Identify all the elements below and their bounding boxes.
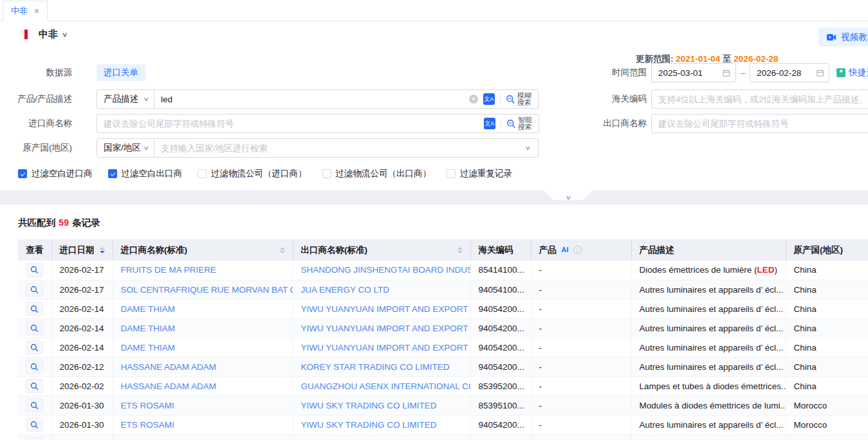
filter-checkbox-label: 过滤重复记录 xyxy=(460,168,512,179)
origin-country-cell: China xyxy=(786,261,868,280)
end-date-field[interactable] xyxy=(750,63,829,82)
filter-checkbox-4[interactable]: 过滤重复记录 xyxy=(447,168,512,179)
panel-gap-band: ∨ xyxy=(0,190,868,205)
filter-checkbox-label: 过滤物流公司（进口商） xyxy=(211,168,307,179)
exporter-name-link[interactable]: YIWU SKY TRADING CO LIMITED xyxy=(293,434,470,440)
exporter-name-link[interactable]: JUA ENERGY CO LTD xyxy=(293,280,470,299)
exporter-name-link[interactable]: YIWU YUANYUAN IMPORT AND EXPORT C... xyxy=(293,299,470,318)
view-record-button[interactable] xyxy=(26,437,43,440)
ai-badge: AI xyxy=(560,245,571,255)
col-product-desc: 产品描述 xyxy=(631,239,786,261)
importer-name-input[interactable] xyxy=(97,119,484,129)
exporter-name-link[interactable]: YIWU SKY TRADING CO LIMITED xyxy=(293,415,470,434)
importer-name-link[interactable]: ETS ROSAMI xyxy=(113,434,293,440)
filter-checkbox-1[interactable]: 过滤空白出口商 xyxy=(108,168,183,179)
checkbox-checked-icon[interactable] xyxy=(108,169,117,178)
country-header[interactable]: ★ 中非 ∨ xyxy=(19,28,67,41)
magnifier-icon xyxy=(30,324,39,333)
origin-country-input[interactable] xyxy=(154,143,526,153)
fuzzy-search-icon xyxy=(506,95,515,104)
sort-exporter-name[interactable] xyxy=(457,247,463,253)
view-record-button[interactable] xyxy=(26,340,43,354)
tab-zhongfei[interactable]: 中非 × xyxy=(3,1,48,21)
product-desc-cell: Diodes émettrices de lumière (LED) xyxy=(631,261,786,280)
filter-checkbox-0[interactable]: 过滤空白进口商 xyxy=(18,168,93,179)
chevron-down-icon[interactable]: ∨ xyxy=(62,31,68,38)
central-african-republic-flag-icon: ★ xyxy=(19,30,33,39)
hs-code-cell: 94054200... xyxy=(470,434,531,440)
chevron-down-icon[interactable]: ∨ xyxy=(525,145,531,151)
filter-checkbox-2[interactable]: 过滤物流公司（进口商） xyxy=(198,168,307,179)
info-icon[interactable]: i xyxy=(573,246,582,254)
quick-select-icon: * xyxy=(836,68,845,77)
col-exporter-name[interactable]: 出口商名称(标准) xyxy=(293,239,470,261)
importer-name-link[interactable]: SOL CENTRAFRIQUE RUE MORVAN BAT OF... xyxy=(113,280,293,299)
translate-icon[interactable]: 文A xyxy=(483,93,495,105)
filter-checkbox-3[interactable]: 过滤物流公司（出口商） xyxy=(322,168,432,179)
exporter-name-link[interactable]: YIWU YUANYUAN IMPORT AND EXPORT C... xyxy=(293,318,470,338)
view-record-button[interactable] xyxy=(26,417,43,432)
col-importer-name[interactable]: 进口商名称(标准) xyxy=(113,239,293,261)
product-desc-cell: Autres luminaires et appareils d’ écl... xyxy=(631,299,786,318)
sort-importer-name[interactable] xyxy=(280,247,285,253)
country-name: 中非 xyxy=(39,28,58,41)
sort-import-date[interactable] xyxy=(100,247,105,253)
product-type-select[interactable]: 产品描述 ∨ xyxy=(97,89,154,109)
origin-type-select[interactable]: 国家/地区 ∨ xyxy=(97,138,154,158)
col-import-date[interactable]: 进口日期 xyxy=(51,239,113,261)
clear-input-icon[interactable]: ✕ xyxy=(469,95,478,104)
importer-name-link[interactable]: DAME THIAM xyxy=(113,338,293,357)
quick-select-link[interactable]: * 快捷选择 xyxy=(836,67,868,78)
importer-name-link[interactable]: DAME THIAM xyxy=(113,318,293,338)
importer-name-link[interactable]: FRUITS DE MA PRIERE xyxy=(113,261,293,280)
importer-name-link[interactable]: HASSANE ADAM ADAM xyxy=(113,357,293,376)
checkbox-checked-icon[interactable] xyxy=(18,169,27,178)
magnifier-icon xyxy=(30,305,39,313)
exporter-name-link[interactable]: YIWU SKY TRADING CO LIMITED xyxy=(293,396,470,415)
view-record-button[interactable] xyxy=(26,360,43,374)
hs-code-input[interactable] xyxy=(652,95,868,104)
start-date-input[interactable] xyxy=(652,68,723,78)
calendar-icon[interactable] xyxy=(817,69,824,77)
video-tutorial-button[interactable]: 视频教程 xyxy=(818,28,868,46)
exporter-name-link[interactable]: KOREY STAR TRADING CO LIMITED xyxy=(293,357,470,376)
view-record-button[interactable] xyxy=(26,379,43,393)
exporter-name-input[interactable] xyxy=(652,119,868,129)
importer-name-link[interactable]: HASSANE ADAM ADAM xyxy=(113,376,293,396)
importer-name-link[interactable]: DAME THIAM xyxy=(113,299,293,318)
checkbox-unchecked-icon[interactable] xyxy=(322,169,331,178)
importer-name-link[interactable]: ETS ROSAMI xyxy=(113,415,293,434)
view-record-button[interactable] xyxy=(26,282,43,297)
calendar-icon[interactable] xyxy=(723,69,730,77)
view-record-button[interactable] xyxy=(26,398,43,412)
exporter-name-link[interactable]: YIWU YUANYUAN IMPORT AND EXPORT C... xyxy=(293,338,470,357)
results-table-body: 2026-02-17 FRUITS DE MA PRIERE SHANDONG … xyxy=(18,261,868,440)
end-date-input[interactable] xyxy=(750,68,817,78)
import-declaration-chip[interactable]: 进口关单 xyxy=(97,64,145,81)
table-row: 2026-02-14 DAME THIAM YIWU YUANYUAN IMPO… xyxy=(18,338,868,357)
product-search-input[interactable] xyxy=(154,95,469,104)
date-range-separator: – xyxy=(741,68,745,78)
hs-code-label: 海关编码 xyxy=(575,89,647,109)
view-record-button[interactable] xyxy=(26,263,43,277)
product-desc-cell: Lampes et tubes à diodes émettrices... xyxy=(631,376,786,396)
tab-close-icon[interactable]: × xyxy=(34,6,39,16)
data-source-label: 数据源 xyxy=(0,63,72,82)
view-record-button[interactable] xyxy=(26,302,43,316)
results-count: 59 xyxy=(55,217,72,228)
checkbox-unchecked-icon[interactable] xyxy=(198,169,207,178)
view-record-button[interactable] xyxy=(26,321,43,335)
collapse-form-handle[interactable]: ∨ xyxy=(544,190,593,200)
checkbox-unchecked-icon[interactable] xyxy=(447,169,456,178)
fuzzy-search-button[interactable]: 模糊搜索 xyxy=(506,92,533,107)
exporter-name-link[interactable]: SHANDONG JINSHENGTAI BOARD INDUST... xyxy=(293,261,470,280)
start-date-field[interactable] xyxy=(651,63,736,82)
hs-code-cell: 85395200... xyxy=(470,376,531,396)
translate-icon[interactable]: 文A xyxy=(484,118,495,129)
exporter-name-link[interactable]: GUANGZHOU ASENX INTERNATIONAL CO ... xyxy=(293,376,470,396)
origin-country-cell: China xyxy=(786,299,868,318)
import-date-cell: 2026-02-14 xyxy=(51,338,113,357)
importer-name-link[interactable]: ETS ROSAMI xyxy=(113,396,293,415)
origin-country-label: 原产国(地区) xyxy=(0,138,72,158)
smart-search-button[interactable]: 智能搜索 xyxy=(506,116,533,131)
